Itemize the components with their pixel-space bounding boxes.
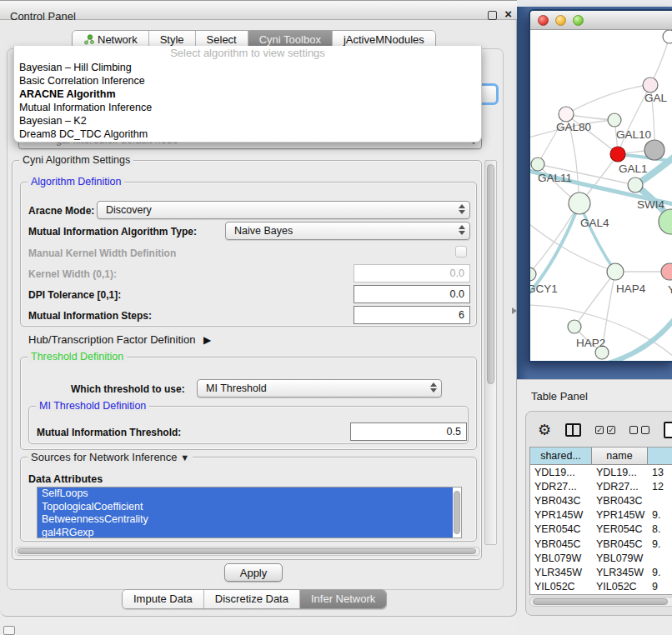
float-window-icon[interactable] bbox=[488, 11, 497, 20]
which-threshold-combo[interactable]: MI Threshold bbox=[197, 379, 442, 398]
gear-icon[interactable]: ⚙ bbox=[538, 422, 551, 438]
table-row[interactable]: YER054CYER054C8. bbox=[530, 522, 672, 537]
node-label: GAL bbox=[644, 92, 668, 104]
cell-shared-name: YDR27... bbox=[530, 481, 592, 492]
sources-title[interactable]: Sources for Network Inference ▼ bbox=[28, 451, 193, 463]
node-gal4[interactable] bbox=[569, 192, 590, 214]
tab-select-label: Select bbox=[207, 33, 237, 46]
columns-icon[interactable] bbox=[565, 423, 581, 437]
column-header-shared-name[interactable]: shared... bbox=[530, 448, 592, 464]
dropdown-item-dream8[interactable]: Dream8 DC_TDC Algorithm bbox=[14, 128, 481, 141]
node-gal80[interactable] bbox=[559, 107, 574, 122]
tab-infer-network-label: Infer Network bbox=[311, 592, 375, 605]
data-attributes-list: SelfLoops TopologicalCoefficient Between… bbox=[37, 487, 462, 538]
manual-kernel-width-checkbox[interactable] bbox=[455, 246, 467, 258]
node-gal1-selected[interactable] bbox=[610, 147, 625, 162]
dropdown-item-aracne[interactable]: ARACNE Algorithm bbox=[14, 88, 481, 101]
network-window-titlebar[interactable] bbox=[530, 11, 672, 30]
list-item-topologicalcoefficient[interactable]: TopologicalCoefficient bbox=[38, 501, 453, 514]
table-horizontal-scrollbar-thumb[interactable] bbox=[533, 598, 668, 605]
column-header-partial[interactable] bbox=[648, 448, 672, 464]
apply-button[interactable]: Apply bbox=[224, 563, 283, 582]
attribute-table: shared... name YDL19...YDL19...13YDR27..… bbox=[529, 447, 672, 595]
mi-algorithm-type-value: Naive Bayes bbox=[234, 225, 293, 237]
table-row[interactable]: YBR043CYBR043C bbox=[530, 493, 672, 508]
list-vertical-scrollbar[interactable] bbox=[454, 491, 460, 534]
sources-title-label: Sources for Network Inference bbox=[31, 451, 178, 463]
column-header-name[interactable]: name bbox=[592, 448, 648, 464]
cell-shared-name: YDL19... bbox=[530, 467, 592, 478]
cell-name: YBR043C bbox=[592, 495, 648, 507]
close-icon[interactable]: × bbox=[504, 7, 512, 21]
zoom-traffic-light-icon[interactable] bbox=[573, 15, 584, 26]
node-gal11[interactable] bbox=[531, 158, 544, 171]
minimized-panel-icon[interactable] bbox=[3, 626, 15, 635]
list-item-betweennesscentrality[interactable]: BetweennessCentrality bbox=[38, 513, 453, 527]
mi-algorithm-type-combo[interactable]: Naive Bayes bbox=[225, 222, 470, 240]
table-row[interactable]: YLR345WYLR345W9. bbox=[530, 565, 672, 579]
expanded-arrow-icon: ▼ bbox=[180, 452, 189, 462]
cell-shared-name: YLR345W bbox=[530, 567, 592, 578]
settings-horizontal-scrollbar-thumb[interactable] bbox=[18, 548, 476, 554]
dropdown-item-bayesian-hill-climbing[interactable]: Bayesian – Hill Climbing bbox=[14, 61, 481, 74]
tab-cyni-toolbox-label: Cyni Toolbox bbox=[259, 33, 321, 46]
mi-steps-label: Mutual Information Steps: bbox=[28, 310, 152, 322]
close-traffic-light-icon[interactable] bbox=[538, 15, 549, 26]
dropdown-item-bayesian-k2[interactable]: Bayesian – K2 bbox=[14, 114, 481, 128]
cell-shared-name: YBL079W bbox=[530, 552, 592, 564]
table-panel-title: Table Panel bbox=[531, 390, 588, 402]
list-item-gal4rgexp[interactable]: gal4RGexp bbox=[38, 527, 453, 539]
node-hap4[interactable] bbox=[607, 263, 624, 280]
settings-vertical-scrollbar[interactable] bbox=[484, 160, 497, 545]
tab-impute-data[interactable]: Impute Data bbox=[123, 590, 204, 608]
network-icon bbox=[83, 34, 94, 45]
table-horizontal-scrollbar[interactable] bbox=[529, 597, 672, 607]
mi-steps-field[interactable]: 6 bbox=[354, 306, 470, 324]
aracne-mode-combo[interactable]: Discovery bbox=[97, 201, 470, 219]
cell-name: YPR145W bbox=[592, 509, 648, 521]
tab-discretize-data[interactable]: Discretize Data bbox=[204, 590, 300, 608]
node-gal10[interactable] bbox=[608, 113, 621, 127]
node-label: Y bbox=[668, 283, 672, 296]
collapsed-arrow-icon: ▶ bbox=[203, 334, 211, 346]
cell-value: 9. bbox=[648, 509, 672, 521]
control-panel-titlebar[interactable]: Control Panel × bbox=[0, 0, 517, 20]
deselect-all-icon[interactable] bbox=[629, 426, 649, 434]
tab-infer-network[interactable]: Infer Network bbox=[300, 590, 386, 608]
combo-arrows-icon bbox=[459, 225, 465, 235]
node-label: GAL1 bbox=[619, 162, 648, 175]
table-row[interactable]: YDR27...YDR27...12 bbox=[530, 479, 672, 493]
node-label: GAL80 bbox=[556, 121, 591, 133]
table-row[interactable]: YBR045CYBR045C9. bbox=[530, 537, 672, 551]
dropdown-item-mutual-information[interactable]: Mutual Information Inference bbox=[14, 101, 481, 114]
mi-threshold-field[interactable]: 0.5 bbox=[350, 422, 467, 441]
node-gcy1[interactable] bbox=[530, 268, 536, 281]
table-row[interactable]: YBL079WYBL079W bbox=[530, 551, 672, 565]
list-item-selfloops[interactable]: SelfLoops bbox=[38, 488, 453, 501]
select-all-icon[interactable]: ✓✓ bbox=[595, 426, 615, 434]
dpi-tolerance-value: 0.0 bbox=[450, 288, 464, 300]
node-y-partial[interactable] bbox=[661, 263, 672, 280]
node-gal-partial[interactable] bbox=[643, 78, 658, 92]
mi-threshold-label: Mutual Information Threshold: bbox=[37, 427, 181, 438]
dpi-tolerance-field[interactable]: 0.0 bbox=[354, 285, 470, 303]
node-green-large[interactable] bbox=[659, 209, 672, 234]
kernel-width-field[interactable]: 0.0 bbox=[354, 264, 470, 282]
hub-definition-label: Hub/Transcription Factor Definition bbox=[28, 333, 195, 346]
settings-horizontal-scrollbar[interactable] bbox=[15, 547, 480, 556]
dropdown-item-basic-correlation[interactable]: Basic Correlation Inference bbox=[14, 74, 481, 88]
table-row[interactable]: YIL052CYIL052C9 bbox=[530, 580, 672, 594]
new-table-icon[interactable] bbox=[664, 422, 672, 438]
node-gray[interactable] bbox=[644, 140, 664, 160]
table-row[interactable]: YDL19...YDL19...13 bbox=[530, 465, 672, 479]
aracne-mode-value: Discovery bbox=[106, 204, 152, 216]
minimize-traffic-light-icon[interactable] bbox=[555, 15, 566, 26]
network-highlight-edges bbox=[530, 153, 672, 362]
hub-definition-toggle[interactable]: Hub/Transcription Factor Definition ▶ bbox=[28, 333, 211, 346]
settings-vertical-scrollbar-thumb[interactable] bbox=[487, 164, 494, 384]
table-row[interactable]: YPR145WYPR145W9. bbox=[530, 508, 672, 522]
node-hap2[interactable] bbox=[568, 320, 581, 333]
node-swi4[interactable] bbox=[628, 178, 643, 192]
network-canvas[interactable]: GAL GAL80 GAL10 GAL1 GAL11 SWI4 GAL4 GCY… bbox=[530, 30, 672, 362]
node-unlabeled-top[interactable] bbox=[663, 30, 672, 43]
